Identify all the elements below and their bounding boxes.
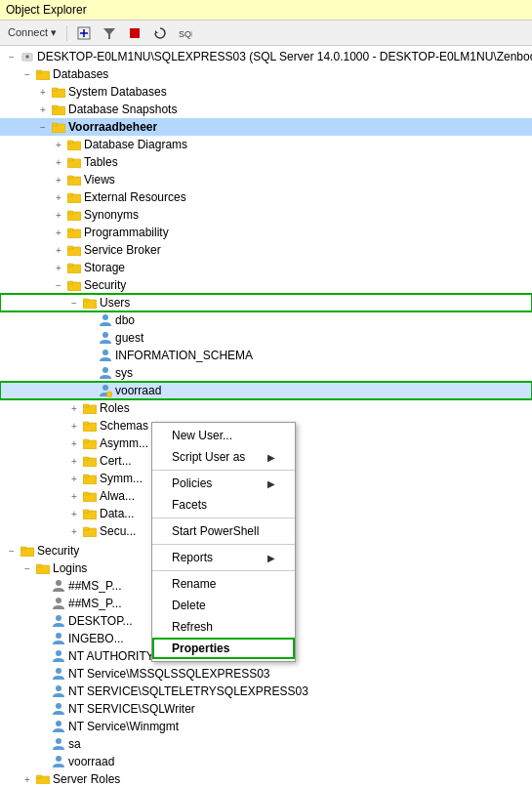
roles-expander[interactable] [66, 400, 82, 416]
synonyms-item[interactable]: Synonyms [0, 206, 532, 224]
login-nt-mssql[interactable]: NT Service\MSSQLSSQLEXPRESS03 [0, 665, 532, 683]
svg-point-73 [56, 756, 61, 762]
server-roles-expander[interactable] [20, 771, 35, 784]
guest-user-icon [98, 331, 113, 345]
users-item[interactable]: Users [0, 294, 532, 311]
db-diagrams-expander[interactable] [51, 137, 66, 152]
always-enc-label: Alwa... [100, 489, 135, 503]
voorraad-user-item[interactable]: voorraad [0, 382, 532, 399]
svg-point-8 [25, 55, 28, 58]
db-snapshots-expander[interactable] [35, 102, 51, 117]
sys-item[interactable]: sys [0, 364, 532, 382]
connect-button[interactable]: Connect ▾ [4, 24, 61, 41]
dbo-item[interactable]: dbo [0, 311, 532, 329]
storage-item[interactable]: Storage [0, 259, 532, 276]
db-aud-expander[interactable] [66, 506, 82, 521]
databases-item[interactable]: Databases [0, 65, 532, 83]
ext-resources-item[interactable]: External Resources [0, 188, 532, 206]
synonyms-expander[interactable] [51, 207, 66, 223]
symm-keys-expander[interactable] [66, 471, 82, 486]
rename-label: Rename [172, 577, 216, 591]
db-aud-label: Data... [100, 507, 134, 520]
menu-properties[interactable]: Properties [152, 638, 295, 659]
sql-icon: SQL [179, 26, 192, 40]
security-db-item[interactable]: Security [0, 276, 532, 294]
views-item[interactable]: Views [0, 171, 532, 188]
service-broker-item[interactable]: Service Broker [0, 241, 532, 259]
login-ms2-label: ##MS_P... [68, 597, 121, 610]
login-nt-winmgmt-label: NT Service\Winmgmt [68, 720, 179, 733]
root-expander[interactable] [4, 49, 20, 64]
login-voorraad[interactable]: voorraad [0, 753, 532, 770]
login-nt-winmgmt[interactable]: NT Service\Winmgmt [0, 718, 532, 735]
views-expander[interactable] [51, 172, 66, 187]
system-databases-expander[interactable] [35, 84, 51, 100]
login-nt-sqlwriter[interactable]: NT SERVICE\SQLWriter [0, 700, 532, 718]
roles-item[interactable]: Roles [0, 399, 532, 417]
menu-rename[interactable]: Rename [152, 573, 295, 595]
refresh-button[interactable] [149, 24, 171, 42]
certificates-expander[interactable] [66, 453, 82, 469]
tables-expander[interactable] [51, 154, 66, 170]
db-diagrams-icon [66, 138, 82, 151]
menu-reports[interactable]: Reports ▶ [152, 547, 295, 568]
logins-expander[interactable] [20, 560, 35, 576]
programmability-item[interactable]: Programmability [0, 224, 532, 241]
svg-point-70 [56, 703, 61, 709]
svg-point-66 [56, 633, 61, 639]
storage-expander[interactable] [51, 260, 66, 275]
root-label: DESKTOP-E0LM1NU\SQLEXPRESS03 (SQL Server… [37, 50, 532, 63]
login-nt-sqltele[interactable]: NT SERVICE\SQLTELETRYSQLEXPRESS03 [0, 683, 532, 700]
ext-resources-label: External Resources [84, 190, 186, 204]
ext-resources-expander[interactable] [51, 189, 66, 205]
menu-start-powershell[interactable]: Start PowerShell [152, 520, 295, 542]
service-broker-expander[interactable] [51, 242, 66, 258]
security-section-label: Security [37, 544, 79, 558]
asymmetric-keys-label: Asymm... [100, 436, 148, 450]
always-enc-expander[interactable] [66, 488, 82, 504]
menu-new-user[interactable]: New User... [152, 425, 295, 446]
server-roles-item[interactable]: Server Roles [0, 770, 532, 784]
security-section-expander[interactable] [4, 543, 20, 559]
menu-sep-1 [152, 470, 295, 471]
login-sa[interactable]: sa [0, 735, 532, 753]
db-diagrams-item[interactable]: Database Diagrams [0, 136, 532, 153]
users-expander[interactable] [66, 295, 82, 311]
svg-point-39 [102, 350, 108, 355]
voorraadbeheer-expander[interactable] [35, 119, 51, 135]
system-databases-item[interactable]: System Databases [0, 83, 532, 101]
security2-expander[interactable] [66, 523, 82, 539]
menu-delete[interactable]: Delete [152, 595, 295, 616]
tables-item[interactable]: Tables [0, 153, 532, 171]
schemas-expander[interactable] [66, 418, 82, 434]
voorraadbeheer-item[interactable]: Voorraadbeheer [0, 118, 532, 136]
asymmetric-keys-expander[interactable] [66, 435, 82, 451]
information-schema-item[interactable]: INFORMATION_SCHEMA [0, 347, 532, 364]
new-query-button[interactable] [73, 24, 95, 42]
menu-policies[interactable]: Policies ▶ [152, 473, 295, 494]
menu-facets[interactable]: Facets [152, 494, 295, 516]
login-nt-sqlwriter-icon [51, 702, 66, 716]
db-snapshots-item[interactable]: Database Snapshots [0, 101, 532, 118]
menu-refresh[interactable]: Refresh [152, 616, 295, 638]
sql-button[interactable]: SQL [175, 24, 196, 42]
menu-script-user-as[interactable]: Script User as ▶ [152, 446, 295, 468]
db-snapshots-label: Database Snapshots [68, 103, 177, 116]
svg-rect-14 [52, 105, 58, 108]
guest-item[interactable]: guest [0, 329, 532, 347]
svg-rect-46 [83, 422, 89, 425]
tree-container[interactable]: DESKTOP-E0LM1NU\SQLEXPRESS03 (SQL Server… [0, 46, 532, 784]
script-user-as-label: Script User as [172, 450, 245, 464]
tree-root[interactable]: DESKTOP-E0LM1NU\SQLEXPRESS03 (SQL Server… [0, 48, 532, 65]
svg-point-37 [102, 314, 108, 320]
programmability-expander[interactable] [51, 225, 66, 240]
filter-button[interactable] [99, 24, 120, 42]
stop-button[interactable] [124, 24, 145, 42]
login-desktop-label: DESKTOP... [68, 614, 133, 628]
schemas-label: Schemas [100, 419, 148, 433]
svg-rect-24 [67, 193, 73, 196]
svg-rect-12 [52, 88, 58, 91]
databases-expander[interactable] [20, 66, 35, 82]
security-db-expander[interactable] [51, 277, 66, 293]
toolbar: Connect ▾ SQL [0, 21, 532, 46]
